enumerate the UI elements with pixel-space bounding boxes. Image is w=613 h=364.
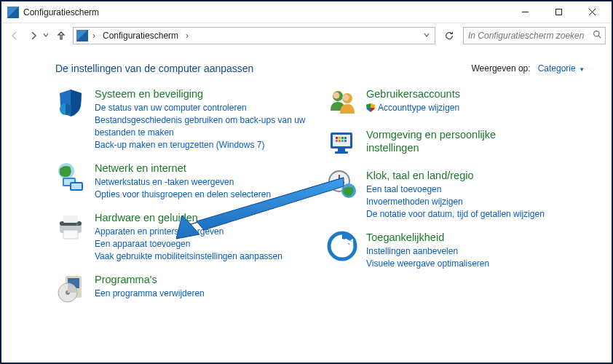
svg-point-24 bbox=[343, 95, 349, 101]
minimize-button[interactable] bbox=[508, 1, 542, 23]
svg-rect-30 bbox=[344, 137, 347, 139]
refresh-button[interactable] bbox=[440, 27, 459, 44]
category-link[interactable]: Apparaten en printers weergeven bbox=[95, 226, 282, 238]
svg-rect-29 bbox=[341, 137, 344, 139]
category-link[interactable]: Bestandsgeschiedenis gebruiken om back-u… bbox=[95, 114, 312, 139]
window-title: Configuratiescherm bbox=[23, 7, 508, 17]
viewby-value: Categorie bbox=[538, 63, 576, 74]
category-system-security: Systeem en beveiliging De status van uw … bbox=[55, 87, 312, 151]
category-link[interactable]: De notatie voor datum, tijd of getallen … bbox=[366, 208, 545, 221]
svg-rect-11 bbox=[71, 183, 82, 189]
breadcrumb-separator-icon: › bbox=[184, 31, 190, 41]
svg-line-5 bbox=[598, 36, 601, 38]
search-input[interactable] bbox=[467, 30, 590, 41]
category-title[interactable]: Klok, taal en land/regio bbox=[366, 169, 545, 182]
category-title[interactable]: Netwerk en internet bbox=[95, 162, 271, 175]
svg-point-23 bbox=[333, 92, 340, 99]
back-button[interactable] bbox=[7, 28, 22, 43]
category-title[interactable]: Toegankelijkheid bbox=[366, 231, 489, 244]
svg-rect-34 bbox=[344, 140, 347, 142]
category-clock-language-region: Klok, taal en land/regio Een taal toevoe… bbox=[327, 169, 584, 221]
category-title[interactable]: Hardware en geluiden bbox=[95, 211, 282, 224]
close-button[interactable] bbox=[575, 1, 609, 23]
printer-icon bbox=[55, 211, 86, 242]
chevron-down-icon: ▾ bbox=[580, 66, 584, 73]
disc-box-icon bbox=[55, 273, 86, 304]
category-user-accounts: Gebruikersaccounts Accounttype wijzigen bbox=[327, 87, 584, 118]
svg-rect-35 bbox=[338, 149, 345, 151]
category-link[interactable]: Vaak gebruikte mobiliteitsinstellingen a… bbox=[95, 250, 282, 263]
category-link[interactable]: Back-up maken en terugzetten (Windows 7) bbox=[95, 139, 312, 151]
globe-network-icon bbox=[55, 162, 86, 192]
address-dropdown-button[interactable] bbox=[420, 31, 433, 40]
category-title[interactable]: Programma's bbox=[95, 273, 205, 286]
app-icon bbox=[7, 7, 19, 18]
svg-rect-33 bbox=[341, 140, 344, 142]
address-bar[interactable]: › Configuratiescherm › bbox=[73, 27, 435, 44]
users-icon bbox=[327, 87, 357, 118]
breadcrumb-separator-icon: › bbox=[91, 31, 97, 41]
category-programs: Programma's Een programma verwijderen bbox=[55, 273, 312, 304]
category-link[interactable]: Een apparaat toevoegen bbox=[95, 238, 282, 250]
svg-rect-14 bbox=[63, 215, 78, 223]
forward-button[interactable] bbox=[26, 28, 41, 43]
breadcrumb-root[interactable]: Configuratiescherm bbox=[100, 31, 181, 41]
category-hardware-sound: Hardware en geluiden Apparaten en printe… bbox=[55, 211, 312, 263]
svg-point-16 bbox=[76, 223, 79, 226]
shield-icon bbox=[55, 87, 86, 118]
search-icon[interactable] bbox=[593, 30, 602, 41]
control-panel-icon bbox=[76, 30, 88, 41]
svg-rect-31 bbox=[336, 140, 338, 142]
history-dropdown-button[interactable] bbox=[42, 31, 50, 40]
category-title[interactable]: Vormgeving en persoonlijke instellingen bbox=[366, 128, 526, 154]
category-link[interactable]: Invoermethoden wijzigen bbox=[366, 196, 545, 208]
search-box[interactable] bbox=[463, 27, 606, 44]
category-link[interactable]: Netwerkstatus en -taken weergeven bbox=[95, 176, 271, 189]
category-link[interactable]: Accounttype wijzigen bbox=[366, 102, 460, 114]
content-area: De instellingen van de computer aanpasse… bbox=[1, 48, 612, 321]
ease-of-access-icon bbox=[327, 231, 357, 261]
category-network-internet: Netwerk en internet Netwerkstatus en -ta… bbox=[55, 162, 312, 201]
up-button[interactable] bbox=[54, 28, 68, 43]
svg-rect-27 bbox=[336, 137, 338, 139]
viewby-dropdown[interactable]: Categorie ▾ bbox=[538, 63, 584, 74]
viewby-label: Weergeven op: bbox=[471, 63, 530, 74]
title-bar: Configuratiescherm bbox=[1, 1, 612, 23]
category-link[interactable]: Een programma verwijderen bbox=[95, 288, 205, 300]
svg-rect-28 bbox=[339, 137, 341, 139]
svg-point-4 bbox=[594, 31, 599, 36]
category-link[interactable]: De status van uw computer controleren bbox=[95, 102, 312, 114]
page-heading: De instellingen van de computer aanpasse… bbox=[55, 63, 471, 74]
svg-rect-1 bbox=[555, 9, 561, 15]
category-appearance: Vormgeving en persoonlijke instellingen bbox=[327, 128, 584, 159]
category-link[interactable]: Instellingen aanbevelen bbox=[366, 245, 489, 258]
svg-rect-32 bbox=[339, 140, 341, 142]
personalization-icon bbox=[327, 128, 357, 159]
category-link[interactable]: Een taal toevoegen bbox=[366, 183, 545, 196]
category-link[interactable]: Opties voor thuisgroepen en delen select… bbox=[95, 189, 271, 201]
category-link[interactable]: Visuele weergave optimaliseren bbox=[366, 258, 489, 270]
svg-rect-15 bbox=[63, 230, 78, 239]
toolbar: › Configuratiescherm › bbox=[1, 23, 612, 48]
category-title[interactable]: Systeem en beveiliging bbox=[95, 87, 312, 100]
category-title[interactable]: Gebruikersaccounts bbox=[366, 87, 460, 100]
maximize-button[interactable] bbox=[542, 1, 575, 23]
svg-rect-36 bbox=[335, 151, 348, 154]
category-accessibility: Toegankelijkheid Instellingen aanbevelen… bbox=[327, 231, 584, 270]
clock-globe-icon bbox=[327, 169, 357, 199]
